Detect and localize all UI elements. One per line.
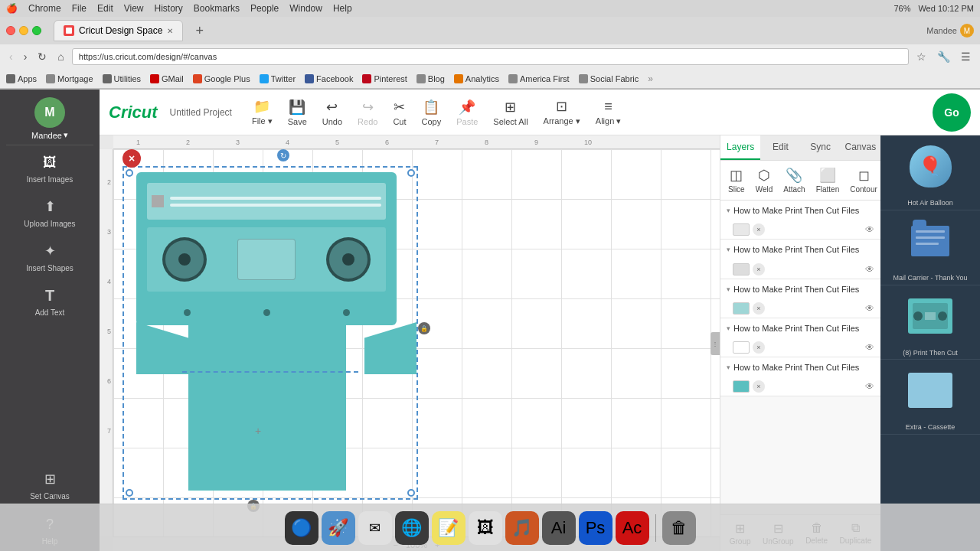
far-right-item-printcut[interactable]: (8) Print Then Cut <box>880 285 980 360</box>
bookmark-gmail[interactable]: GMail <box>150 74 184 83</box>
layer-eye-1[interactable]: 👁 <box>865 264 874 275</box>
dock-finder[interactable]: 🔵 <box>285 511 318 545</box>
bookmark-mortgage[interactable]: Mortgage <box>46 74 93 83</box>
handle-bl[interactable] <box>126 489 133 497</box>
layer-header-3[interactable]: ▾ How to Make Print Then Cut Files <box>720 318 880 338</box>
handle-tl[interactable] <box>126 169 133 177</box>
layer-x-2[interactable]: × <box>753 302 765 315</box>
toolbar-copy-button[interactable]: 📋 Copy <box>414 96 449 129</box>
menu-button[interactable]: ☰ <box>958 49 974 64</box>
tab-close-icon[interactable]: ✕ <box>167 27 173 35</box>
toolbar-selectall-button[interactable]: ⊞ Select All <box>485 96 535 129</box>
view-menu[interactable]: View <box>124 3 144 14</box>
bookmark-twitter[interactable]: Twitter <box>260 74 296 83</box>
close-button[interactable] <box>6 26 15 35</box>
project-name[interactable]: Untitled Project <box>170 107 232 118</box>
layer-header-0[interactable]: ▾ How to Make Print Then Cut Files <box>720 201 880 220</box>
layer-x-3[interactable]: × <box>753 341 765 354</box>
bookmark-googleplus[interactable]: Google Plus <box>193 74 250 83</box>
toolbar-undo-button[interactable]: ↩ Undo <box>315 96 350 129</box>
dock-mail[interactable]: ✉ <box>358 511 392 545</box>
more-bookmarks[interactable]: » <box>648 73 653 84</box>
user-profile[interactable]: M Mandee ▾ <box>0 90 100 145</box>
layer-x-0[interactable]: × <box>753 223 765 236</box>
back-button[interactable]: ‹ <box>6 49 16 64</box>
layer-eye-0[interactable]: 👁 <box>865 224 874 235</box>
layer-eye-3[interactable]: 👁 <box>865 342 874 353</box>
sidebar-tool-add-text[interactable]: T Add Text <box>0 279 100 323</box>
bookmark-blog[interactable]: Blog <box>416 74 445 83</box>
tab-layers[interactable]: Layers <box>720 135 760 160</box>
toolbar-file-button[interactable]: 📁 File ▾ <box>244 95 280 129</box>
window-menu[interactable]: Window <box>289 3 322 14</box>
toolbar-cut-button[interactable]: ✂ Cut <box>385 96 413 129</box>
remove-button[interactable]: × <box>122 149 141 168</box>
layer-x-1[interactable]: × <box>753 263 765 276</box>
bookmark-pinterest[interactable]: Pinterest <box>362 74 407 83</box>
bookmarks-menu[interactable]: Bookmarks <box>194 3 240 14</box>
toolbar-paste-button[interactable]: 📌 Paste <box>449 96 485 129</box>
dock-itunes[interactable]: 🎵 <box>505 511 539 545</box>
sidebar-tool-upload-images[interactable]: ⬆ Upload Images <box>0 190 100 234</box>
go-button[interactable]: Go <box>933 93 971 132</box>
new-tab-button[interactable]: + <box>195 23 204 39</box>
people-menu[interactable]: People <box>250 3 279 14</box>
dock-chrome[interactable]: 🌐 <box>395 511 429 545</box>
url-bar[interactable]: https://us.cricut.com/design/#/canvas <box>72 48 909 65</box>
bookmark-star[interactable]: ☆ <box>913 49 929 64</box>
layer-eye-2[interactable]: 👁 <box>865 303 874 314</box>
bookmark-americafirst[interactable]: America First <box>508 74 570 83</box>
layer-header-1[interactable]: ▾ How to Make Print Then Cut Files <box>720 240 880 259</box>
user-menu[interactable]: Mandee M <box>926 24 974 37</box>
layer-header-4[interactable]: ▾ How to Make Print Then Cut Files <box>720 357 880 377</box>
far-right-item-balloon[interactable]: 🎈 Hot Air Balloon <box>880 135 980 210</box>
layer-eye-4[interactable]: 👁 <box>865 381 874 392</box>
tab-edit[interactable]: Edit <box>760 135 800 160</box>
dock-photos[interactable]: 🖼 <box>469 511 502 545</box>
bookmark-socialfabric[interactable]: Social Fabric <box>579 74 639 83</box>
sidebar-tool-insert-shapes[interactable]: ✦ Insert Shapes <box>0 234 100 279</box>
minimize-button[interactable] <box>19 26 28 35</box>
bookmark-apps[interactable]: Apps <box>6 74 37 83</box>
far-right-item-extra[interactable]: Extra - Cassette <box>880 360 980 435</box>
canvas-content[interactable]: ↻ × 🔒 🔒 + <box>113 149 720 536</box>
traffic-lights[interactable] <box>6 26 41 35</box>
collapse-handle[interactable]: ⋮ <box>710 332 720 355</box>
toolbar-redo-button[interactable]: ↪ Redo <box>350 96 385 129</box>
handle-tr[interactable] <box>407 169 415 177</box>
lock-icon-right[interactable]: 🔒 <box>418 322 430 334</box>
bookmark-facebook[interactable]: Facebook <box>305 74 353 83</box>
dock-notes[interactable]: 📝 <box>432 511 466 545</box>
dock-photoshop[interactable]: Ps <box>579 511 612 545</box>
chrome-menu[interactable]: Chrome <box>28 3 61 14</box>
action-flatten[interactable]: ⬜ Flatten <box>812 164 844 197</box>
active-tab[interactable]: Cricut Design Space ✕ <box>54 20 183 41</box>
forward-button[interactable]: › <box>21 49 31 64</box>
home-button[interactable]: ⌂ <box>54 49 67 64</box>
toolbar-align-button[interactable]: ≡ Align ▾ <box>588 96 629 129</box>
sidebar-tool-set-canvas[interactable]: ⊞ Set Canvas <box>0 462 100 507</box>
dock-illustrator[interactable]: Ai <box>542 511 576 545</box>
toolbar-save-button[interactable]: 💾 Save <box>280 96 315 129</box>
history-menu[interactable]: History <box>155 3 183 14</box>
maximize-button[interactable] <box>32 26 41 35</box>
dock-launchpad[interactable]: 🚀 <box>322 511 355 545</box>
dock-trash[interactable]: 🗑 <box>662 511 696 545</box>
toolbar-arrange-button[interactable]: ⊡ Arrange ▾ <box>536 95 588 129</box>
handle-br[interactable] <box>407 489 415 497</box>
bookmark-utilities[interactable]: Utilities <box>103 74 141 83</box>
rotate-handle[interactable]: ↻ <box>277 149 289 161</box>
action-contour[interactable]: ◻ Contour <box>845 164 880 197</box>
extensions-button[interactable]: 🔧 <box>934 49 953 64</box>
edit-menu[interactable]: Edit <box>97 3 113 14</box>
file-menu[interactable]: File <box>72 3 87 14</box>
apple-menu[interactable]: 🍎 <box>6 3 18 14</box>
reload-button[interactable]: ↻ <box>34 49 50 64</box>
layer-x-4[interactable]: × <box>753 380 765 393</box>
action-weld[interactable]: ⬡ Weld <box>751 164 778 197</box>
bookmark-analytics[interactable]: Analytics <box>454 74 499 83</box>
sidebar-tool-insert-images[interactable]: 🖼 Insert Images <box>0 145 100 190</box>
layer-header-2[interactable]: ▾ How to Make Print Then Cut Files <box>720 279 880 299</box>
dock-acrobat[interactable]: Ac <box>616 511 649 545</box>
tab-canvas[interactable]: Canvas <box>841 135 880 160</box>
